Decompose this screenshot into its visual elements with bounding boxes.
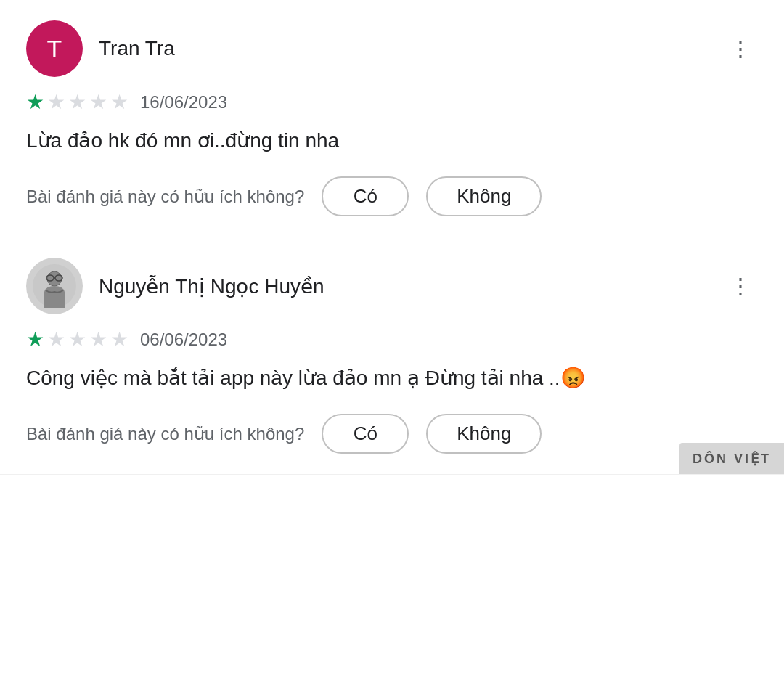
reviewer-name: Nguyễn Thị Ngọc Huyền xyxy=(99,274,324,298)
more-options-icon[interactable]: ⋮ xyxy=(724,32,758,65)
helpful-yes-button[interactable]: Có xyxy=(322,414,409,454)
star-1: ★ xyxy=(26,327,44,351)
avatar: T xyxy=(26,20,83,77)
review-header: Nguyễn Thị Ngọc Huyền ⋮ xyxy=(26,258,758,314)
review-rating-row: ★ ★ ★ ★ ★ 16/06/2023 xyxy=(26,90,758,114)
star-2: ★ xyxy=(47,90,65,114)
more-options-icon[interactable]: ⋮ xyxy=(724,269,758,303)
review-rating-row: ★ ★ ★ ★ ★ 06/06/2023 xyxy=(26,327,758,351)
review-date: 06/06/2023 xyxy=(140,330,227,350)
review-header: T Tran Tra ⋮ xyxy=(26,20,758,77)
star-2: ★ xyxy=(47,327,65,351)
watermark-overlay: DÔN VIỆT xyxy=(679,443,784,474)
star-4: ★ xyxy=(89,90,107,114)
helpful-question: Bài đánh giá này có hữu ích không? xyxy=(26,424,304,444)
helpful-row: Bài đánh giá này có hữu ích không? Có Kh… xyxy=(26,414,758,454)
watermark-text: DÔN VIỆT xyxy=(693,452,771,466)
star-3: ★ xyxy=(68,90,86,114)
star-3: ★ xyxy=(68,327,86,351)
reviewer-name: Tran Tra xyxy=(99,37,175,60)
svg-point-1 xyxy=(47,271,62,286)
review-card: Nguyễn Thị Ngọc Huyền ⋮ ★ ★ ★ ★ ★ 06/06/… xyxy=(0,237,784,475)
helpful-no-button[interactable]: Không xyxy=(426,176,542,216)
helpful-question: Bài đánh giá này có hữu ích không? xyxy=(26,187,304,207)
review-header-left: Nguyễn Thị Ngọc Huyền xyxy=(26,258,324,314)
star-rating: ★ ★ ★ ★ ★ xyxy=(26,327,128,351)
helpful-yes-button[interactable]: Có xyxy=(322,176,409,216)
review-card: T Tran Tra ⋮ ★ ★ ★ ★ ★ 16/06/2023 Lừa đả… xyxy=(0,0,784,237)
reviews-container: T Tran Tra ⋮ ★ ★ ★ ★ ★ 16/06/2023 Lừa đả… xyxy=(0,0,784,475)
review-text: Lừa đảo hk đó mn ơi..đừng tin nha xyxy=(26,126,758,156)
star-1: ★ xyxy=(26,90,44,114)
review-date: 16/06/2023 xyxy=(140,92,227,113)
avatar xyxy=(26,258,83,314)
star-5: ★ xyxy=(110,327,128,351)
helpful-no-button[interactable]: Không xyxy=(426,414,542,454)
review-text: Công việc mà bắt tải app này lừa đảo mn … xyxy=(26,363,758,393)
helpful-row: Bài đánh giá này có hữu ích không? Có Kh… xyxy=(26,176,758,216)
star-4: ★ xyxy=(89,327,107,351)
star-5: ★ xyxy=(110,90,128,114)
review-header-left: T Tran Tra xyxy=(26,20,175,77)
star-rating: ★ ★ ★ ★ ★ xyxy=(26,90,128,114)
